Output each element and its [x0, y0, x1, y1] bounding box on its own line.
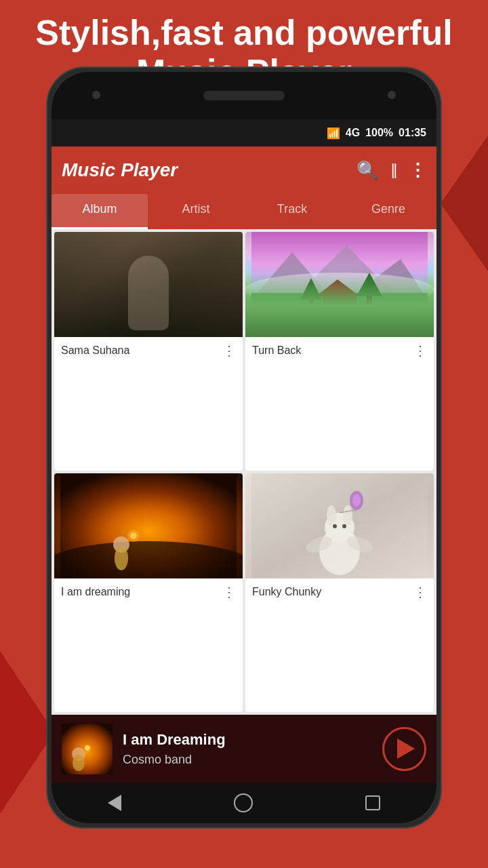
svg-point-26	[352, 494, 361, 507]
app-title: Music Player	[62, 159, 357, 181]
svg-rect-0	[251, 232, 428, 337]
phone-frame: 📶 4G 100% 01:35 Music Player 🔍 ‖ ⋮ Album…	[47, 68, 441, 827]
album-card-4[interactable]: Funky Chunky ⋮	[245, 473, 434, 712]
svg-point-33	[85, 745, 90, 751]
now-playing-art	[62, 724, 113, 774]
album-art-1	[54, 232, 243, 337]
album-info-3: I am dreaming ⋮	[54, 578, 243, 606]
album-card-1[interactable]: Sama Suhana ⋮	[54, 232, 243, 471]
album-info-1: Sama Suhana ⋮	[54, 337, 243, 364]
svg-point-4	[245, 273, 434, 307]
album-name-1: Sama Suhana	[61, 344, 222, 357]
album-info-4: Funky Chunky ⋮	[245, 578, 434, 606]
album-more-4[interactable]: ⋮	[413, 584, 427, 600]
camera-front-right	[388, 91, 396, 99]
svg-rect-8	[367, 296, 372, 317]
svg-marker-11	[300, 278, 322, 300]
svg-rect-10	[309, 300, 313, 317]
tab-artist[interactable]: Artist	[148, 194, 244, 229]
album-name-3: I am dreaming	[61, 586, 222, 598]
svg-point-22	[343, 505, 352, 526]
album-card-3[interactable]: I am dreaming ⋮	[54, 473, 243, 712]
recent-apps-button[interactable]	[365, 795, 380, 810]
play-button[interactable]	[382, 727, 426, 771]
svg-point-24	[342, 524, 346, 528]
app-header: Music Player 🔍 ‖ ⋮	[52, 146, 436, 194]
phone-bottom-nav	[52, 783, 436, 823]
tab-track[interactable]: Track	[244, 194, 340, 229]
now-playing-artist: Cosmo band	[123, 753, 372, 767]
now-playing-art-svg	[62, 724, 113, 774]
svg-point-21	[327, 505, 336, 526]
now-playing-bar[interactable]: I am Dreaming Cosmo band	[52, 715, 436, 783]
play-triangle-icon	[397, 738, 415, 759]
time-display: 01:35	[399, 127, 426, 139]
album-art-4	[245, 473, 434, 578]
album-more-2[interactable]: ⋮	[413, 342, 427, 359]
art-figure-1	[128, 256, 169, 330]
now-playing-info: I am Dreaming Cosmo band	[123, 731, 372, 767]
album-name-4: Funky Chunky	[252, 586, 413, 598]
phone-top	[52, 72, 436, 119]
svg-point-13	[54, 541, 243, 578]
status-bar: 📶 4G 100% 01:35	[52, 119, 436, 146]
deco-triangle-right	[441, 136, 488, 271]
camera-front-left	[92, 91, 100, 99]
album-art-3	[54, 473, 243, 578]
album-more-1[interactable]: ⋮	[222, 342, 236, 359]
album-name-2: Turn Back	[252, 344, 413, 357]
tab-album[interactable]: Album	[52, 194, 148, 229]
equalizer-icon[interactable]: ‖	[390, 161, 396, 179]
svg-point-17	[127, 530, 140, 542]
now-playing-title: I am Dreaming	[123, 731, 372, 749]
art-2-svg	[245, 232, 434, 337]
back-button[interactable]	[108, 795, 121, 811]
svg-rect-6	[323, 296, 357, 320]
search-icon[interactable]: 🔍	[357, 160, 378, 181]
svg-marker-9	[357, 273, 382, 296]
battery-indicator: 100%	[365, 127, 393, 139]
album-art-2	[245, 232, 434, 337]
art-3-svg	[54, 473, 243, 578]
tab-genre[interactable]: Genre	[340, 194, 436, 229]
wifi-icon: 📶	[327, 127, 340, 140]
art-4-svg	[245, 473, 434, 578]
album-info-2: Turn Back ⋮	[245, 337, 434, 364]
album-grid: Sama Suhana ⋮	[52, 229, 436, 715]
svg-marker-7	[316, 279, 360, 296]
deco-triangle-left	[0, 651, 54, 814]
svg-point-32	[73, 755, 85, 771]
header-icons: 🔍 ‖ ⋮	[357, 160, 426, 181]
svg-rect-5	[251, 293, 428, 337]
tab-bar: Album Artist Track Genre	[52, 194, 436, 229]
more-menu-icon[interactable]: ⋮	[409, 160, 426, 181]
album-more-3[interactable]: ⋮	[222, 584, 236, 600]
speaker-grille	[203, 91, 285, 100]
phone-screen: 📶 4G 100% 01:35 Music Player 🔍 ‖ ⋮ Album…	[52, 119, 436, 783]
network-indicator: 4G	[346, 127, 360, 139]
svg-point-23	[333, 524, 337, 528]
album-card-2[interactable]: Turn Back ⋮	[245, 232, 434, 471]
svg-point-15	[115, 546, 128, 570]
home-button[interactable]	[234, 793, 253, 812]
